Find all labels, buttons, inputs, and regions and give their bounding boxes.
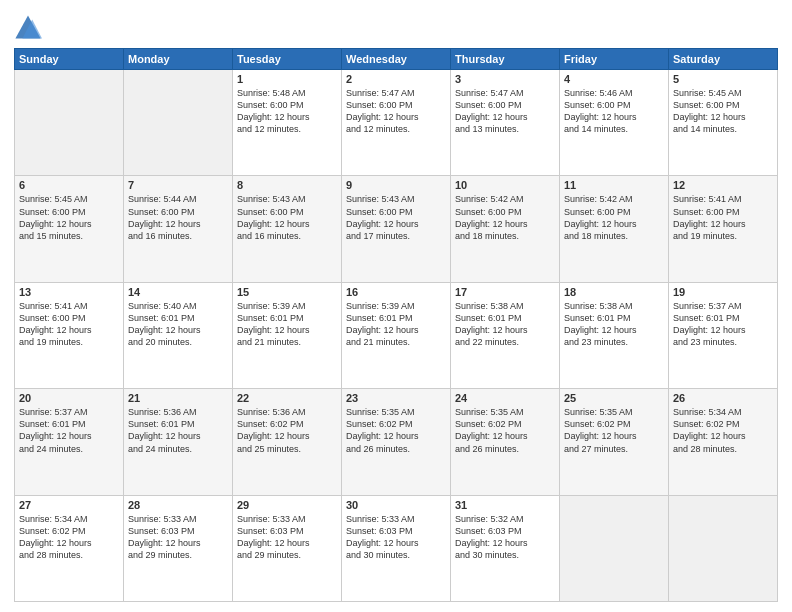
day-cell-4: 4Sunrise: 5:46 AM Sunset: 6:00 PM Daylig… [560,70,669,176]
header-cell-wednesday: Wednesday [342,49,451,70]
day-info: Sunrise: 5:45 AM Sunset: 6:00 PM Dayligh… [19,193,119,242]
day-cell-23: 23Sunrise: 5:35 AM Sunset: 6:02 PM Dayli… [342,389,451,495]
day-number: 30 [346,499,446,511]
day-cell-16: 16Sunrise: 5:39 AM Sunset: 6:01 PM Dayli… [342,282,451,388]
day-info: Sunrise: 5:48 AM Sunset: 6:00 PM Dayligh… [237,87,337,136]
calendar-table: SundayMondayTuesdayWednesdayThursdayFrid… [14,48,778,602]
day-number: 9 [346,179,446,191]
week-row-1: 1Sunrise: 5:48 AM Sunset: 6:00 PM Daylig… [15,70,778,176]
header-cell-monday: Monday [124,49,233,70]
day-info: Sunrise: 5:45 AM Sunset: 6:00 PM Dayligh… [673,87,773,136]
day-info: Sunrise: 5:34 AM Sunset: 6:02 PM Dayligh… [673,406,773,455]
day-number: 13 [19,286,119,298]
day-number: 21 [128,392,228,404]
week-row-2: 6Sunrise: 5:45 AM Sunset: 6:00 PM Daylig… [15,176,778,282]
logo-icon [14,14,42,42]
day-cell-10: 10Sunrise: 5:42 AM Sunset: 6:00 PM Dayli… [451,176,560,282]
logo [14,14,44,42]
week-row-4: 20Sunrise: 5:37 AM Sunset: 6:01 PM Dayli… [15,389,778,495]
day-number: 2 [346,73,446,85]
day-cell-25: 25Sunrise: 5:35 AM Sunset: 6:02 PM Dayli… [560,389,669,495]
day-cell-1: 1Sunrise: 5:48 AM Sunset: 6:00 PM Daylig… [233,70,342,176]
calendar-header: SundayMondayTuesdayWednesdayThursdayFrid… [15,49,778,70]
day-number: 8 [237,179,337,191]
day-cell-2: 2Sunrise: 5:47 AM Sunset: 6:00 PM Daylig… [342,70,451,176]
day-number: 17 [455,286,555,298]
day-info: Sunrise: 5:33 AM Sunset: 6:03 PM Dayligh… [128,513,228,562]
day-info: Sunrise: 5:40 AM Sunset: 6:01 PM Dayligh… [128,300,228,349]
day-cell-11: 11Sunrise: 5:42 AM Sunset: 6:00 PM Dayli… [560,176,669,282]
day-number: 4 [564,73,664,85]
day-number: 27 [19,499,119,511]
day-info: Sunrise: 5:43 AM Sunset: 6:00 PM Dayligh… [237,193,337,242]
day-info: Sunrise: 5:37 AM Sunset: 6:01 PM Dayligh… [19,406,119,455]
day-cell-28: 28Sunrise: 5:33 AM Sunset: 6:03 PM Dayli… [124,495,233,601]
header [14,10,778,42]
day-info: Sunrise: 5:47 AM Sunset: 6:00 PM Dayligh… [455,87,555,136]
day-cell-29: 29Sunrise: 5:33 AM Sunset: 6:03 PM Dayli… [233,495,342,601]
day-cell-7: 7Sunrise: 5:44 AM Sunset: 6:00 PM Daylig… [124,176,233,282]
day-number: 20 [19,392,119,404]
header-cell-saturday: Saturday [669,49,778,70]
day-number: 14 [128,286,228,298]
day-info: Sunrise: 5:47 AM Sunset: 6:00 PM Dayligh… [346,87,446,136]
day-cell-5: 5Sunrise: 5:45 AM Sunset: 6:00 PM Daylig… [669,70,778,176]
week-row-3: 13Sunrise: 5:41 AM Sunset: 6:00 PM Dayli… [15,282,778,388]
day-info: Sunrise: 5:44 AM Sunset: 6:00 PM Dayligh… [128,193,228,242]
day-number: 19 [673,286,773,298]
day-info: Sunrise: 5:37 AM Sunset: 6:01 PM Dayligh… [673,300,773,349]
day-info: Sunrise: 5:35 AM Sunset: 6:02 PM Dayligh… [455,406,555,455]
day-number: 5 [673,73,773,85]
header-cell-tuesday: Tuesday [233,49,342,70]
day-number: 24 [455,392,555,404]
day-cell-9: 9Sunrise: 5:43 AM Sunset: 6:00 PM Daylig… [342,176,451,282]
day-number: 29 [237,499,337,511]
day-info: Sunrise: 5:36 AM Sunset: 6:01 PM Dayligh… [128,406,228,455]
week-row-5: 27Sunrise: 5:34 AM Sunset: 6:02 PM Dayli… [15,495,778,601]
day-number: 6 [19,179,119,191]
page: SundayMondayTuesdayWednesdayThursdayFrid… [0,0,792,612]
day-number: 18 [564,286,664,298]
day-cell-17: 17Sunrise: 5:38 AM Sunset: 6:01 PM Dayli… [451,282,560,388]
day-number: 22 [237,392,337,404]
day-cell-20: 20Sunrise: 5:37 AM Sunset: 6:01 PM Dayli… [15,389,124,495]
day-info: Sunrise: 5:42 AM Sunset: 6:00 PM Dayligh… [564,193,664,242]
day-cell-18: 18Sunrise: 5:38 AM Sunset: 6:01 PM Dayli… [560,282,669,388]
day-cell-empty [560,495,669,601]
day-info: Sunrise: 5:38 AM Sunset: 6:01 PM Dayligh… [564,300,664,349]
day-info: Sunrise: 5:42 AM Sunset: 6:00 PM Dayligh… [455,193,555,242]
day-number: 12 [673,179,773,191]
day-cell-27: 27Sunrise: 5:34 AM Sunset: 6:02 PM Dayli… [15,495,124,601]
day-cell-19: 19Sunrise: 5:37 AM Sunset: 6:01 PM Dayli… [669,282,778,388]
day-cell-3: 3Sunrise: 5:47 AM Sunset: 6:00 PM Daylig… [451,70,560,176]
day-cell-12: 12Sunrise: 5:41 AM Sunset: 6:00 PM Dayli… [669,176,778,282]
calendar-body: 1Sunrise: 5:48 AM Sunset: 6:00 PM Daylig… [15,70,778,602]
day-info: Sunrise: 5:32 AM Sunset: 6:03 PM Dayligh… [455,513,555,562]
day-number: 10 [455,179,555,191]
day-number: 28 [128,499,228,511]
header-row: SundayMondayTuesdayWednesdayThursdayFrid… [15,49,778,70]
day-info: Sunrise: 5:36 AM Sunset: 6:02 PM Dayligh… [237,406,337,455]
day-cell-13: 13Sunrise: 5:41 AM Sunset: 6:00 PM Dayli… [15,282,124,388]
day-info: Sunrise: 5:33 AM Sunset: 6:03 PM Dayligh… [237,513,337,562]
day-info: Sunrise: 5:34 AM Sunset: 6:02 PM Dayligh… [19,513,119,562]
day-number: 26 [673,392,773,404]
day-number: 23 [346,392,446,404]
day-number: 31 [455,499,555,511]
day-cell-26: 26Sunrise: 5:34 AM Sunset: 6:02 PM Dayli… [669,389,778,495]
day-info: Sunrise: 5:35 AM Sunset: 6:02 PM Dayligh… [346,406,446,455]
day-cell-6: 6Sunrise: 5:45 AM Sunset: 6:00 PM Daylig… [15,176,124,282]
day-info: Sunrise: 5:43 AM Sunset: 6:00 PM Dayligh… [346,193,446,242]
day-cell-empty [15,70,124,176]
day-cell-empty [669,495,778,601]
day-number: 16 [346,286,446,298]
day-cell-14: 14Sunrise: 5:40 AM Sunset: 6:01 PM Dayli… [124,282,233,388]
day-number: 1 [237,73,337,85]
day-number: 7 [128,179,228,191]
day-info: Sunrise: 5:41 AM Sunset: 6:00 PM Dayligh… [19,300,119,349]
day-number: 25 [564,392,664,404]
day-cell-21: 21Sunrise: 5:36 AM Sunset: 6:01 PM Dayli… [124,389,233,495]
header-cell-sunday: Sunday [15,49,124,70]
day-info: Sunrise: 5:33 AM Sunset: 6:03 PM Dayligh… [346,513,446,562]
day-info: Sunrise: 5:38 AM Sunset: 6:01 PM Dayligh… [455,300,555,349]
